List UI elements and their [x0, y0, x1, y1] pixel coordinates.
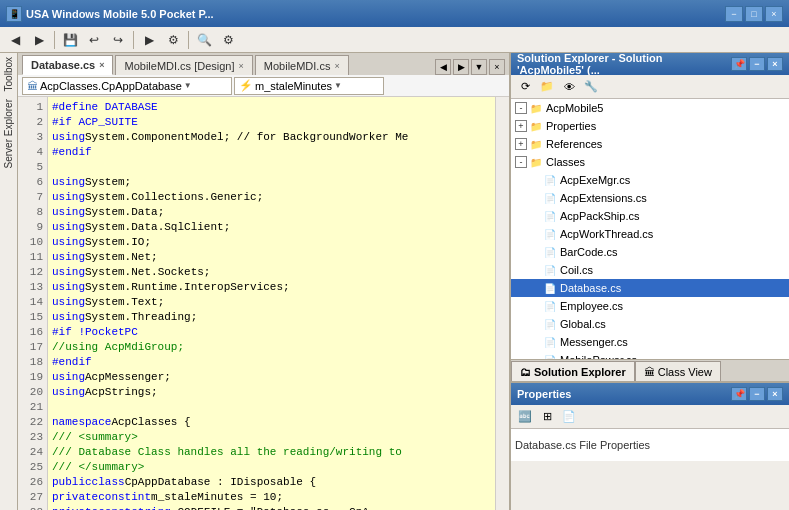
maximize-button[interactable]: □	[745, 6, 763, 22]
line-number: 5	[18, 159, 47, 174]
se-properties-button[interactable]: 🔧	[581, 78, 601, 96]
tree-item-references[interactable]: +📁References	[511, 135, 789, 153]
class-dropdown[interactable]: 🏛 AcpClasses.CpAppDatabase ▼	[22, 77, 232, 95]
tab-database-cs-close[interactable]: ×	[99, 60, 104, 70]
properties-controls: 📌 − ×	[731, 387, 783, 401]
code-line: /// Database Class handles all the readi…	[52, 444, 491, 459]
tree-item-barcodecs[interactable]: 📄BarCode.cs	[511, 243, 789, 261]
prop-page-button[interactable]: 📄	[559, 408, 579, 426]
title-bar: 📱 USA Windows Mobile 5.0 Pocket P... − □…	[0, 0, 789, 27]
solution-node[interactable]: - 📁 AcpMobile5	[511, 99, 789, 117]
tab-mobilemdi-design-close[interactable]: ×	[239, 61, 244, 71]
line-number: 8	[18, 204, 47, 219]
line-number: 2	[18, 114, 47, 129]
solution-explorer-title: Solution Explorer - Solution 'AcpMobile5…	[517, 52, 731, 76]
tab-mobilemdi-cs[interactable]: MobileMDI.cs ×	[255, 55, 349, 75]
properties-panel: Properties 📌 − × 🔤 ⊞ 📄 Database.cs File …	[511, 381, 789, 461]
line-number: 4	[18, 144, 47, 159]
find-button[interactable]: 🔍	[193, 30, 215, 50]
solution-explorer-controls: 📌 − ×	[731, 57, 783, 71]
tab-solution-explorer[interactable]: 🗂 Solution Explorer	[511, 361, 635, 381]
se-close-button[interactable]: ×	[767, 57, 783, 71]
tree-area[interactable]: - 📁 AcpMobile5 +📁Properties+📁References-…	[511, 99, 789, 359]
file-icon: 📄	[543, 173, 557, 187]
settings-button[interactable]: ⚙	[217, 30, 239, 50]
save-button[interactable]: 💾	[59, 30, 81, 50]
se-refresh-button[interactable]: ⟳	[515, 78, 535, 96]
tree-item-databasecs[interactable]: 📄Database.cs	[511, 279, 789, 297]
line-number: 12	[18, 264, 47, 279]
tab-database-cs[interactable]: Database.cs ×	[22, 55, 113, 75]
tab-class-view[interactable]: 🏛 Class View	[635, 361, 721, 381]
solution-icon: 📁	[529, 101, 543, 115]
member-dropdown[interactable]: ⚡ m_staleMinutes ▼	[234, 77, 384, 95]
tree-item-acpextensionscs[interactable]: 📄AcpExtensions.cs	[511, 189, 789, 207]
prop-pin-button[interactable]: 📌	[731, 387, 747, 401]
code-line: using System.Threading;	[52, 309, 491, 324]
se-pin-button[interactable]: 📌	[731, 57, 747, 71]
prop-sort-button[interactable]: 🔤	[515, 408, 535, 426]
tab-mobilemdi-design[interactable]: MobileMDI.cs [Design] ×	[115, 55, 252, 75]
se-show-all-button[interactable]: 👁	[559, 78, 579, 96]
tree-item-acppackshipcs[interactable]: 📄AcpPackShip.cs	[511, 207, 789, 225]
file-icon: 📄	[543, 281, 557, 295]
se-minimize-button[interactable]: −	[749, 57, 765, 71]
redo-button[interactable]: ↪	[107, 30, 129, 50]
tree-expand-btn[interactable]: +	[515, 120, 527, 132]
server-explorer-label[interactable]: Server Explorer	[1, 95, 16, 172]
code-line: using System.Collections.Generic;	[52, 189, 491, 204]
tree-item-acpexemgrcs[interactable]: 📄AcpExeMgr.cs	[511, 171, 789, 189]
tab-scroll-right[interactable]: ▶	[453, 59, 469, 75]
file-icon: 📄	[543, 209, 557, 223]
properties-text: Database.cs File Properties	[515, 439, 650, 451]
solution-label: AcpMobile5	[546, 102, 603, 114]
tab-mobilemdi-cs-close[interactable]: ×	[334, 61, 339, 71]
cv-tab-label: Class View	[658, 366, 712, 378]
code-line: #if ACP_SUITE	[52, 114, 491, 129]
debug-button[interactable]: ⚙	[162, 30, 184, 50]
se-tab-icon: 🗂	[520, 366, 531, 378]
tab-list-button[interactable]: ▼	[471, 59, 487, 75]
se-new-folder-button[interactable]: 📁	[537, 78, 557, 96]
tree-item-label: AcpWorkThread.cs	[560, 228, 653, 240]
solution-expand[interactable]: -	[515, 102, 527, 114]
file-icon: 📄	[543, 335, 557, 349]
tree-item-messengercs[interactable]: 📄Messenger.cs	[511, 333, 789, 351]
tree-item-globalcs[interactable]: 📄Global.cs	[511, 315, 789, 333]
close-document-button[interactable]: ×	[489, 59, 505, 75]
tree-item-employeecs[interactable]: 📄Employee.cs	[511, 297, 789, 315]
minimize-button[interactable]: −	[725, 6, 743, 22]
prop-close-button[interactable]: ×	[767, 387, 783, 401]
forward-button[interactable]: ▶	[28, 30, 50, 50]
tree-expand-btn[interactable]: -	[515, 156, 527, 168]
code-line: #endif	[52, 144, 491, 159]
tab-scroll-left[interactable]: ◀	[435, 59, 451, 75]
code-content[interactable]: #define DATABASE#if ACP_SUITEusing Syste…	[48, 97, 495, 510]
prop-category-button[interactable]: ⊞	[537, 408, 557, 426]
left-strip: Toolbox Server Explorer	[0, 53, 18, 510]
prop-minimize-button[interactable]: −	[749, 387, 765, 401]
tree-item-label: BarCode.cs	[560, 246, 617, 258]
tree-item-classes[interactable]: -📁Classes	[511, 153, 789, 171]
code-line: using AcpMessenger;	[52, 369, 491, 384]
line-number: 16	[18, 324, 47, 339]
tree-item-label: Employee.cs	[560, 300, 623, 312]
undo-button[interactable]: ↩	[83, 30, 105, 50]
line-number: 11	[18, 249, 47, 264]
toolbox-label[interactable]: Toolbox	[1, 53, 16, 95]
code-line: using AcpStrings;	[52, 384, 491, 399]
back-button[interactable]: ◀	[4, 30, 26, 50]
code-line: using System.ComponentModel; // for Back…	[52, 129, 491, 144]
folder-icon: 📁	[529, 119, 543, 133]
line-number: 27	[18, 489, 47, 504]
tree-item-mobilepowercs[interactable]: 📄MobilePower.cs	[511, 351, 789, 359]
code-line: public class CpAppDatabase : IDisposable…	[52, 474, 491, 489]
tree-item-coilcs[interactable]: 📄Coil.cs	[511, 261, 789, 279]
tree-item-properties[interactable]: +📁Properties	[511, 117, 789, 135]
build-button[interactable]: ▶	[138, 30, 160, 50]
tree-item-label: AcpPackShip.cs	[560, 210, 639, 222]
code-scrollbar[interactable]	[495, 97, 509, 510]
close-button[interactable]: ×	[765, 6, 783, 22]
tree-item-acpworkthreadcs[interactable]: 📄AcpWorkThread.cs	[511, 225, 789, 243]
tree-expand-btn[interactable]: +	[515, 138, 527, 150]
